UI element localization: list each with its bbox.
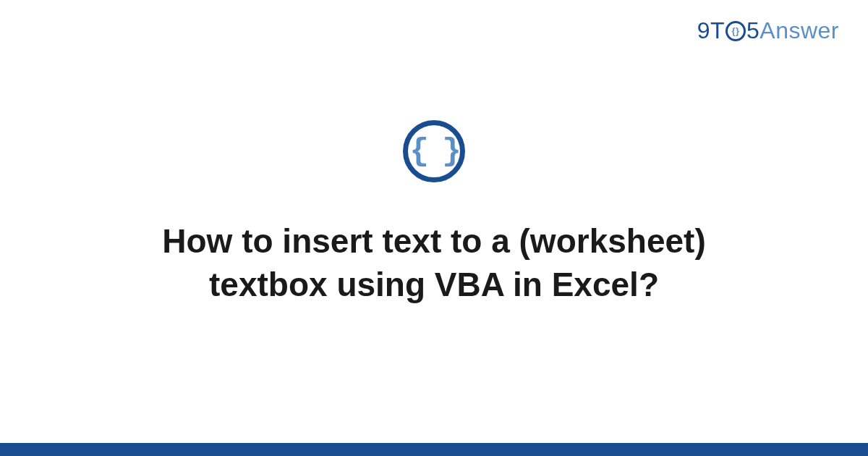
code-braces-icon: { } (409, 135, 458, 167)
question-title: How to insert text to a (worksheet) text… (72, 220, 796, 307)
main-content: { } How to insert text to a (worksheet) … (0, 0, 868, 456)
footer-accent-bar (0, 443, 868, 456)
topic-icon-circle: { } (403, 120, 465, 182)
